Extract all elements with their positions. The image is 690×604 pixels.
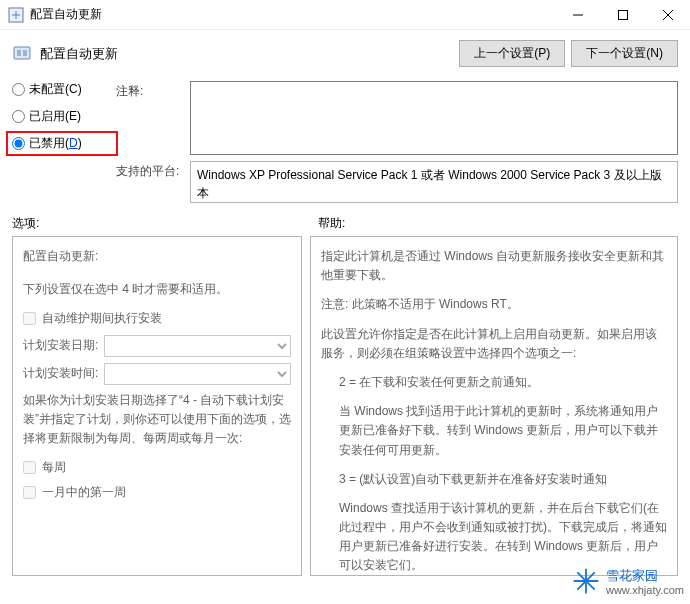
- svg-rect-6: [17, 50, 21, 56]
- svg-rect-7: [23, 50, 27, 56]
- platform-label: 支持的平台:: [116, 161, 186, 203]
- radio-disabled-highlight: 已禁用(D): [6, 131, 118, 156]
- maintenance-checkbox[interactable]: [23, 312, 36, 325]
- options-title: 配置自动更新:: [23, 247, 291, 266]
- maintenance-checkbox-row[interactable]: 自动维护期间执行安装: [23, 309, 291, 328]
- radio-not-configured-label: 未配置(C): [29, 81, 82, 98]
- config-area: 未配置(C) 已启用(E) 已禁用(D) 注释: 支持的平台: Windows …: [0, 75, 690, 207]
- firstweek-checkbox[interactable]: [23, 486, 36, 499]
- options-para: 如果你为计划安装日期选择了“4 - 自动下载计划安装”并指定了计划，则你还可以使…: [23, 391, 291, 449]
- panes: 配置自动更新: 下列设置仅在选中 4 时才需要和适用。 自动维护期间执行安装 计…: [0, 236, 690, 576]
- next-setting-button[interactable]: 下一个设置(N): [571, 40, 678, 67]
- comment-textarea[interactable]: [190, 81, 678, 155]
- svg-rect-2: [618, 10, 627, 19]
- radio-disabled[interactable]: 已禁用(D): [12, 135, 112, 152]
- help-pane: 指定此计算机是否通过 Windows 自动更新服务接收安全更新和其他重要下载。 …: [310, 236, 678, 576]
- schedule-time-select[interactable]: [104, 363, 291, 385]
- policy-title: 配置自动更新: [40, 45, 118, 63]
- svg-rect-5: [14, 47, 30, 59]
- options-header: 选项:: [12, 215, 312, 232]
- help-header: 帮助:: [318, 215, 345, 232]
- policy-icon: [12, 44, 32, 64]
- help-p4: 2 = 在下载和安装任何更新之前通知。: [321, 373, 667, 392]
- firstweek-checkbox-row[interactable]: 一月中的第一周: [23, 483, 291, 502]
- comment-label: 注释:: [116, 81, 186, 155]
- watermark-url: www.xhjaty.com: [606, 584, 684, 598]
- schedule-day-label: 计划安装日期:: [23, 336, 98, 355]
- pane-headers: 选项: 帮助:: [0, 207, 690, 236]
- help-p1: 指定此计算机是否通过 Windows 自动更新服务接收安全更新和其他重要下载。: [321, 247, 667, 285]
- platform-box: Windows XP Professional Service Pack 1 或…: [190, 161, 678, 203]
- weekly-checkbox[interactable]: [23, 461, 36, 474]
- subheader: 配置自动更新 上一个设置(P) 下一个设置(N): [0, 30, 690, 75]
- firstweek-checkbox-label: 一月中的第一周: [42, 483, 126, 502]
- schedule-day-row: 计划安装日期:: [23, 335, 291, 357]
- weekly-checkbox-label: 每周: [42, 458, 66, 477]
- help-p5: 当 Windows 找到适用于此计算机的更新时，系统将通知用户更新已准备好下载。…: [321, 402, 667, 460]
- minimize-button[interactable]: [555, 0, 600, 30]
- help-p3: 此设置允许你指定是否在此计算机上启用自动更新。如果启用该服务，则必须在组策略设置…: [321, 325, 667, 363]
- maximize-button[interactable]: [600, 0, 645, 30]
- radio-enabled[interactable]: 已启用(E): [12, 108, 112, 125]
- titlebar: 配置自动更新: [0, 0, 690, 30]
- schedule-day-select[interactable]: [104, 335, 291, 357]
- schedule-time-label: 计划安装时间:: [23, 364, 98, 383]
- close-button[interactable]: [645, 0, 690, 30]
- help-p6: 3 = (默认设置)自动下载更新并在准备好安装时通知: [321, 470, 667, 489]
- radio-enabled-label: 已启用(E): [29, 108, 81, 125]
- schedule-time-row: 计划安装时间:: [23, 363, 291, 385]
- maintenance-checkbox-label: 自动维护期间执行安装: [42, 309, 162, 328]
- prev-setting-button[interactable]: 上一个设置(P): [459, 40, 565, 67]
- options-pane: 配置自动更新: 下列设置仅在选中 4 时才需要和适用。 自动维护期间执行安装 计…: [12, 236, 302, 576]
- window-title: 配置自动更新: [30, 6, 102, 23]
- options-note: 下列设置仅在选中 4 时才需要和适用。: [23, 280, 291, 299]
- state-radios: 未配置(C) 已启用(E) 已禁用(D): [12, 81, 112, 155]
- platform-text: Windows XP Professional Service Pack 1 或…: [197, 168, 662, 200]
- app-icon: [8, 7, 24, 23]
- help-p7: Windows 查找适用于该计算机的更新，并在后台下载它们(在此过程中，用户不会…: [321, 499, 667, 576]
- radio-disabled-label: 已禁用(D): [29, 135, 82, 152]
- help-p2: 注意: 此策略不适用于 Windows RT。: [321, 295, 667, 314]
- weekly-checkbox-row[interactable]: 每周: [23, 458, 291, 477]
- radio-not-configured[interactable]: 未配置(C): [12, 81, 112, 98]
